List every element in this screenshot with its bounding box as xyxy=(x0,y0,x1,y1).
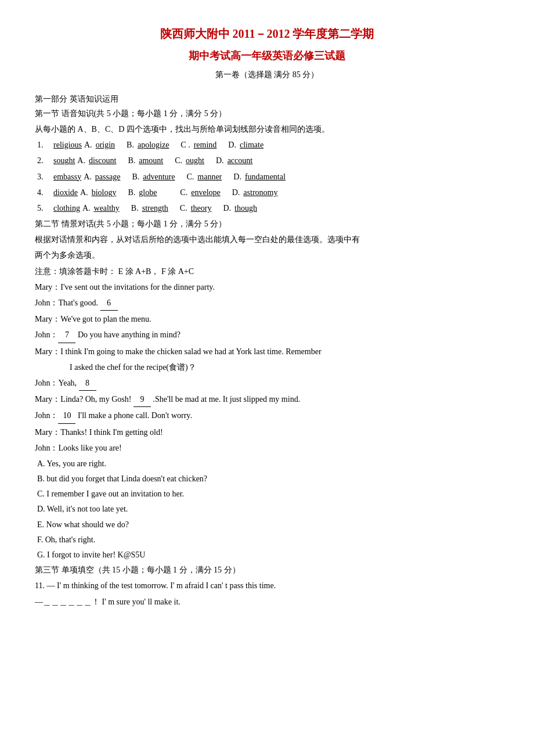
q4-optB: B.globe xyxy=(128,185,157,200)
john-speaker-3: John： xyxy=(35,379,58,387)
blank-6: 6 xyxy=(100,296,118,311)
dialog-line-7: John：Yeah, 8 xyxy=(35,376,499,391)
q1-optB: B.apologize xyxy=(127,138,169,152)
q5-optD: D.though xyxy=(223,201,257,215)
section3-label: 第三节 单项填空（共 15 小题；每小题 1 分，满分 15 分） xyxy=(35,563,499,577)
mary-text-4: Linda? Oh, my Gosh! 9 .She'll be mad at … xyxy=(60,395,300,404)
q4-options: A.biology B.globe C.envelope D.astronomy xyxy=(80,185,277,200)
q3-word: embassy xyxy=(53,170,81,184)
q2-optA: A.discount xyxy=(77,153,116,168)
q3-optD: D.fundamental xyxy=(233,170,286,184)
title-line1: 陕西师大附中 2011－2012 学年度第二学期 xyxy=(35,23,499,44)
q5-optA: A.wealthy xyxy=(82,201,120,215)
q5-num: 5. xyxy=(37,201,53,215)
page-header: 陕西师大附中 2011－2012 学年度第二学期 期中考试高一年级英语必修三试题… xyxy=(35,23,499,82)
q5-optC: C.theory xyxy=(180,201,212,215)
q4-optD: D.astronomy xyxy=(232,185,278,200)
section2: 第二节 情景对话(共 5 小题；每小题 1 分，满分 5 分） 根据对话情景和内… xyxy=(35,217,499,562)
dialog-line-11: John：Looks like you are! xyxy=(35,441,499,455)
mary-speaker-2: Mary： xyxy=(35,315,60,323)
mary-speaker-3: Mary： xyxy=(35,347,60,356)
answer-B: B. but did you forget that Linda doesn't… xyxy=(37,471,499,486)
dialog-line-4: John：7 Do you have anything in mind? xyxy=(35,327,499,343)
q1-optC: C .remind xyxy=(181,138,217,152)
section1: 第一节 语音知识(共 5 小题；每小题 1 分，满分 5 分） 从每小题的 A、… xyxy=(35,106,499,215)
mary-text-2: We've got to plan the menu. xyxy=(60,315,151,323)
question-1: 1. religious A.origin B.apologize C .rem… xyxy=(37,138,499,152)
john-text-3: Yeah, 8 xyxy=(58,379,96,387)
q1-options: A.origin B.apologize C .remind D.climate xyxy=(84,138,264,152)
question-2: 2. sought A.discount B.amount C.ought D.… xyxy=(37,153,499,168)
john-text-2: 7 Do you have anything in mind? xyxy=(58,330,180,339)
answer-F: F. Oh, that's right. xyxy=(37,532,499,547)
blank-9: 9 xyxy=(134,392,151,407)
section2-instruction2: 两个为多余选项。 xyxy=(35,248,499,262)
subtitle: 第一卷（选择题 满分 85 分） xyxy=(35,67,499,82)
john-text-5: Looks like you are! xyxy=(58,444,121,452)
q2-optD: D.account xyxy=(216,153,252,168)
dialog-line-2: John：That's good. 6 xyxy=(35,296,499,311)
john-speaker-5: John： xyxy=(35,444,58,452)
mary-text-3: I think I'm going to make the chicken sa… xyxy=(60,347,321,356)
john-speaker-2: John： xyxy=(35,330,58,339)
mary-text-1: I've sent out the invitations for the di… xyxy=(60,283,215,291)
title-line2: 期中考试高一年级英语必修三试题 xyxy=(35,46,499,65)
dialog-line-5: Mary：I think I'm going to make the chick… xyxy=(35,344,499,359)
john-text-4: 10 I'll make a phone call. Don't worry. xyxy=(58,411,192,420)
answer-A: A. Yes, you are right. xyxy=(37,456,499,471)
dialog-line-1: Mary：I've sent out the invitations for t… xyxy=(35,280,499,294)
q5-options: A.wealthy B.strength C.theory D.though xyxy=(82,201,257,215)
section2-label: 第二节 情景对话(共 5 小题；每小题 1 分，满分 5 分） xyxy=(35,217,499,231)
answer-E: E. Now what should we do? xyxy=(37,517,499,532)
mary-speaker-1: Mary： xyxy=(35,283,60,291)
q4-word: dioxide xyxy=(53,185,78,200)
q1-word: religious xyxy=(53,138,82,152)
q3-options: A.passage B.adventure C.manner D.fundame… xyxy=(84,170,286,184)
section1-label: 第一节 语音知识(共 5 小题；每小题 1 分，满分 5 分） xyxy=(35,106,499,121)
question-3: 3. embassy A.passage B.adventure C.manne… xyxy=(37,170,499,184)
q2-optB: B.amount xyxy=(128,153,163,168)
dialog-line-10: Mary：Thanks! I think I'm getting old! xyxy=(35,425,499,440)
john-text-1: That's good. 6 xyxy=(58,298,117,307)
section3: 第三节 单项填空（共 15 小题；每小题 1 分，满分 15 分） 11. — … xyxy=(35,563,499,609)
john-speaker-1: John： xyxy=(35,298,58,307)
answer-G: G. I forgot to invite her! K@S5U xyxy=(37,548,499,562)
question-5: 5. clothing A.wealthy B.strength C.theor… xyxy=(37,201,499,215)
answer-C: C. I remember I gave out an invitation t… xyxy=(37,487,499,501)
john-speaker-4: John： xyxy=(35,411,58,420)
mary-text-5: Thanks! I think I'm getting old! xyxy=(60,428,163,437)
q2-word: sought xyxy=(53,153,75,168)
q2-num: 2. xyxy=(37,153,53,168)
blank-10: 10 xyxy=(58,408,75,423)
q3-num: 3. xyxy=(37,170,53,184)
blank-8: 8 xyxy=(79,376,96,391)
q3-optC: C.manner xyxy=(186,170,222,184)
question-4: 4. dioxide A.biology B.globe C.envelope … xyxy=(37,185,499,200)
dialog-line-9: John：10 I'll make a phone call. Don't wo… xyxy=(35,408,499,423)
q1-num: 1. xyxy=(37,138,53,152)
q3-optB: B.adventure xyxy=(132,170,175,184)
q4-optC: C.envelope xyxy=(180,185,220,200)
q5-optB: B.strength xyxy=(131,201,168,215)
part1-label: 第一部分 英语知识运用 xyxy=(35,92,499,106)
q11-line1: 11. — I' m thinking of the test tomorrow… xyxy=(35,578,499,593)
mary-speaker-4: Mary： xyxy=(35,395,60,404)
answer-D: D. Well, it's not too late yet. xyxy=(37,502,499,516)
q1-optD: D.climate xyxy=(228,138,264,152)
section2-instruction1: 根据对话情景和内容，从对话后所给的选项中选出能填入每一空白处的最佳选项。选项中有 xyxy=(35,232,499,247)
dialog-line-8: Mary：Linda? Oh, my Gosh! 9 .She'll be ma… xyxy=(35,392,499,407)
q3-optA: A.passage xyxy=(84,170,120,184)
q5-word: clothing xyxy=(53,201,80,215)
q11-line2: —＿＿＿＿＿＿！ I' m sure you' ll make it. xyxy=(35,595,499,609)
mary-text-3b: I asked the chef for the recipe(食谱)？ xyxy=(70,363,196,372)
blank-7: 7 xyxy=(58,327,75,343)
section1-instruction: 从每小题的 A、B、C、D 四个选项中，找出与所给单词划线部分读音相同的选项。 xyxy=(35,122,499,136)
dialog-line-6: I asked the chef for the recipe(食谱)？ xyxy=(70,360,499,375)
mary-speaker-5: Mary： xyxy=(35,428,60,437)
q1-optA: A.origin xyxy=(84,138,115,152)
q4-num: 4. xyxy=(37,185,53,200)
q2-optC: C.ought xyxy=(175,153,204,168)
section2-note: 注意：填涂答题卡时： E 涂 A+B， F 涂 A+C xyxy=(35,264,499,279)
dialog-line-3: Mary：We've got to plan the menu. xyxy=(35,312,499,326)
q4-optA: A.biology xyxy=(80,185,116,200)
